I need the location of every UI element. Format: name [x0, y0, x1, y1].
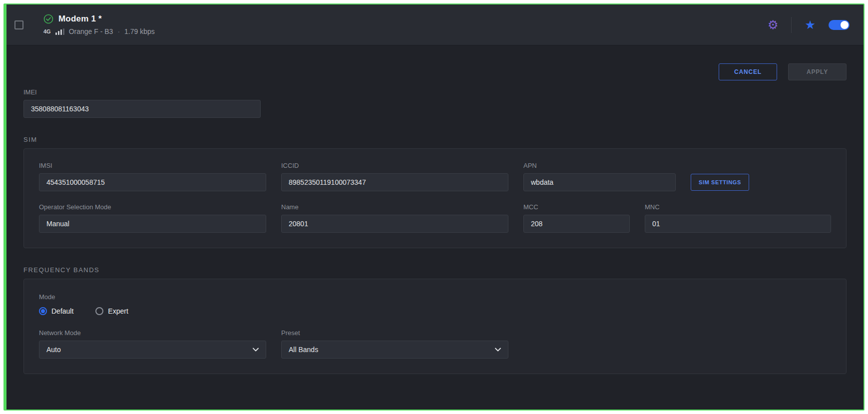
network-tech-label: 4G	[43, 28, 51, 34]
apn-field-group: APN	[523, 162, 676, 191]
radio-expert-circle	[95, 307, 103, 315]
apn-label: APN	[523, 162, 676, 169]
operator-label: Orange F - B3	[69, 27, 113, 35]
imei-input[interactable]	[23, 100, 261, 118]
network-mode-label: Network Mode	[39, 329, 266, 337]
modem-enable-toggle[interactable]	[829, 20, 850, 30]
page: Modem 1 * 4G Orange F - B3 · 1.79 kbps ⚙…	[0, 0, 868, 414]
radio-default-circle	[39, 307, 47, 315]
name-input[interactable]	[281, 215, 508, 233]
frequency-bands-panel: Mode Default Expert Network Mode	[23, 279, 847, 374]
modem-title-block: Modem 1 * 4G Orange F - B3 · 1.79 kbps	[43, 14, 155, 35]
radio-expert[interactable]: Expert	[95, 307, 128, 315]
form-actions: CANCEL APPLY	[23, 63, 847, 80]
imsi-input[interactable]	[39, 173, 266, 191]
network-mode-select[interactable]: Auto	[39, 341, 266, 359]
iccid-input[interactable]	[281, 173, 508, 191]
iccid-field-group: ICCID	[281, 162, 508, 191]
mnc-label: MNC	[645, 203, 831, 211]
mcc-field-group: MCC	[523, 203, 630, 233]
operator-mode-label: Operator Selection Mode	[39, 203, 266, 211]
sim-section-title: SIM	[23, 136, 847, 143]
modem-header: Modem 1 * 4G Orange F - B3 · 1.79 kbps ⚙…	[6, 4, 864, 45]
radio-default[interactable]: Default	[39, 307, 73, 315]
gear-icon[interactable]: ⚙	[768, 19, 779, 31]
operator-mode-input[interactable]	[39, 215, 266, 233]
preset-label: Preset	[281, 329, 508, 337]
preset-field-group: Preset All Bands	[281, 329, 508, 359]
frequency-selects-row: Network Mode Auto Preset All Bands	[39, 329, 831, 359]
network-mode-field-group: Network Mode Auto	[39, 329, 266, 359]
modem-select-checkbox[interactable]	[14, 20, 23, 29]
sim-panel: IMSI ICCID APN SIM SETTINGS Op	[23, 148, 847, 248]
modem-status-row: 4G Orange F - B3 · 1.79 kbps	[43, 27, 155, 35]
modem-card: Modem 1 * 4G Orange F - B3 · 1.79 kbps ⚙…	[3, 3, 865, 411]
radio-expert-label: Expert	[108, 307, 128, 315]
preset-value: All Bands	[289, 346, 318, 354]
favorite-star-icon[interactable]: ★	[805, 19, 816, 31]
apn-input[interactable]	[523, 173, 676, 191]
imei-field-group: IMEI	[23, 88, 261, 118]
dot-separator: ·	[117, 27, 120, 35]
header-divider	[791, 17, 792, 33]
radio-default-label: Default	[51, 307, 73, 315]
chevron-down-icon	[495, 348, 501, 352]
network-mode-value: Auto	[46, 346, 61, 354]
imsi-label: IMSI	[39, 162, 266, 169]
imei-label: IMEI	[23, 88, 261, 96]
speed-label: 1.79 kbps	[124, 27, 155, 35]
mnc-input[interactable]	[645, 215, 831, 233]
mnc-field-group: MNC	[645, 203, 831, 233]
preset-select[interactable]: All Bands	[281, 341, 508, 359]
chevron-down-icon	[253, 348, 259, 352]
signal-strength-icon	[55, 28, 64, 35]
mode-radio-group: Default Expert	[39, 307, 831, 315]
imsi-field-group: IMSI	[39, 162, 266, 191]
cancel-button[interactable]: CANCEL	[719, 63, 777, 80]
header-actions: ⚙ ★	[768, 17, 850, 33]
modem-title: Modem 1 *	[58, 14, 102, 24]
name-field-group: Name	[281, 203, 508, 233]
toggle-knob	[841, 21, 849, 29]
sim-settings-button[interactable]: SIM SETTINGS	[691, 174, 749, 191]
operator-mode-field-group: Operator Selection Mode	[39, 203, 266, 233]
apply-button[interactable]: APPLY	[788, 63, 847, 80]
status-check-icon	[43, 14, 53, 24]
mcc-label: MCC	[523, 203, 630, 211]
modem-settings-body: CANCEL APPLY IMEI SIM IMSI ICCID	[6, 45, 864, 410]
name-label: Name	[281, 203, 508, 211]
frequency-bands-section-title: FREQUENCY BANDS	[23, 266, 847, 274]
iccid-label: ICCID	[281, 162, 508, 169]
mcc-input[interactable]	[523, 215, 630, 233]
mode-label: Mode	[39, 293, 55, 301]
